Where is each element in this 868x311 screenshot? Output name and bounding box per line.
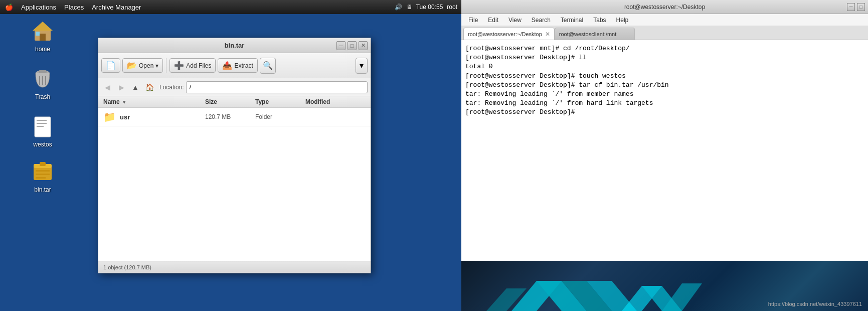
tab-westosserver[interactable]: root@westosserver:~/Desktop ✕: [463, 28, 555, 40]
table-row[interactable]: 📁 usr 120.7 MB Folder: [98, 108, 371, 126]
taskbar-right: 🔊 🖥 Tue 00:55 root: [395, 4, 461, 11]
taskbar-datetime: Tue 00:55: [416, 4, 443, 11]
extract-label: Extract: [234, 62, 253, 69]
terminal-tabs: root@westosserver:~/Desktop ✕ root@westo…: [461, 26, 868, 40]
desktop: 🍎 Applications Places Archive Manager 🔊 …: [0, 0, 461, 311]
desktop-icon-home[interactable]: home: [20, 18, 65, 53]
menu-terminal[interactable]: Terminal: [557, 16, 587, 25]
terminal-content[interactable]: [root@westosserver mnt]# cd /root/Deskto…: [461, 40, 868, 261]
terminal-title: root@westosserver:~/Desktop: [624, 4, 705, 11]
svg-rect-2: [40, 34, 46, 41]
add-files-label: Add Files: [186, 62, 211, 69]
folder-icon: 📁: [103, 111, 116, 123]
archive-title: bin.tar: [225, 42, 245, 49]
svg-rect-12: [37, 126, 44, 127]
file-size-cell: 120.7 MB: [205, 113, 255, 120]
col-modified-header: Modified: [305, 98, 366, 105]
terminal-line-5: [root@westosserver Desktop]# tar cf bin.…: [465, 81, 864, 90]
westos-icon: [30, 113, 56, 139]
archive-maximize-btn[interactable]: □: [348, 41, 357, 50]
toolbar-sep-1: [166, 58, 166, 73]
up-btn[interactable]: ▲: [129, 81, 141, 93]
open-btn[interactable]: 📂 Open ▾: [122, 58, 163, 73]
search-btn[interactable]: 🔍: [260, 58, 276, 74]
taskbar-places[interactable]: Places: [61, 4, 87, 11]
terminal-restore-btn[interactable]: □: [857, 3, 865, 11]
svg-marker-1: [33, 22, 53, 31]
archive-minimize-btn[interactable]: ─: [336, 41, 345, 50]
more-icon: ▾: [360, 61, 364, 70]
location-label: Location:: [159, 84, 184, 91]
taskbar-archive-manager[interactable]: Archive Manager: [89, 4, 144, 11]
more-btn[interactable]: ▾: [356, 58, 368, 74]
file-type-cell: Folder: [255, 113, 305, 120]
terminal-win-controls: ─ □: [847, 3, 865, 11]
file-name-cell: usr: [120, 113, 205, 121]
svg-rect-3: [36, 32, 40, 36]
svg-rect-10: [37, 120, 47, 121]
svg-rect-16: [36, 170, 50, 172]
open-icon: 📂: [127, 61, 137, 70]
trash-icon-label: Trash: [35, 93, 50, 100]
terminal-menubar: File Edit View Search Terminal Tabs Help: [461, 14, 868, 26]
tab-westosserver-label: root@westosserver:~/Desktop: [468, 31, 542, 37]
file-list-header: Name ▼ Size Type Modified: [98, 96, 371, 108]
terminal-line-8: [root@westosserver Desktop]#: [465, 108, 864, 117]
archive-win-controls: ─ □ ✕: [336, 41, 368, 50]
bintar-icon-label: bin.tar: [34, 186, 51, 193]
trash-icon: [30, 65, 56, 91]
terminal-minimize-btn[interactable]: ─: [847, 3, 855, 11]
svg-rect-18: [36, 177, 46, 179]
menu-help[interactable]: Help: [612, 16, 633, 25]
tab-westosclient[interactable]: root@westosclient:/mnt: [555, 28, 635, 40]
location-bar: ◀ ▶ ▲ 🏠 Location:: [98, 78, 371, 96]
archive-statusbar: 1 object (120.7 MB): [98, 261, 371, 273]
terminal-line-6: tar: Removing leading `/' from member na…: [465, 90, 864, 99]
archive-status-text: 1 object (120.7 MB): [103, 264, 151, 270]
search-icon: 🔍: [263, 61, 273, 70]
home-icon: [30, 18, 56, 44]
col-size-header: Size: [205, 98, 255, 105]
archive-close-btn[interactable]: ✕: [359, 41, 368, 50]
open-label: Open: [139, 62, 153, 69]
menu-tabs[interactable]: Tabs: [589, 16, 610, 25]
menu-search[interactable]: Search: [528, 16, 555, 25]
archive-window: bin.tar ─ □ ✕ 📄 📂 Open ▾ ➕ Add Files: [98, 38, 371, 273]
desktop-icon-westos[interactable]: westos: [20, 113, 65, 148]
menu-edit[interactable]: Edit: [484, 16, 502, 25]
add-files-btn[interactable]: ➕ Add Files: [169, 58, 216, 73]
extract-btn[interactable]: 📤 Extract: [218, 58, 257, 73]
bottom-strip: https://blog.csdn.net/weixin_43397611: [461, 261, 868, 311]
archive-toolbar: 📄 📂 Open ▾ ➕ Add Files 📤 Extract 🔍 ▾: [98, 53, 371, 78]
svg-rect-15: [40, 162, 46, 166]
terminal-titlebar: root@westosserver:~/Desktop ─ □: [461, 0, 868, 14]
location-input[interactable]: [186, 81, 368, 93]
home-nav-btn[interactable]: 🏠: [143, 81, 155, 93]
new-btn[interactable]: 📄: [101, 58, 120, 73]
back-btn[interactable]: ◀: [101, 81, 113, 93]
taskbar-applications[interactable]: Applications: [18, 4, 59, 11]
bintar-icon: [30, 158, 56, 184]
menu-view[interactable]: View: [504, 16, 526, 25]
archive-titlebar: bin.tar ─ □ ✕: [98, 38, 371, 53]
svg-rect-8: [39, 70, 47, 73]
new-icon: 📄: [106, 61, 116, 70]
add-files-icon: ➕: [174, 61, 184, 70]
terminal-line-4: [root@westosserver Desktop]# touch westo…: [465, 72, 864, 81]
taskbar-volume-icon: 🔊: [395, 4, 402, 11]
svg-rect-11: [37, 123, 47, 124]
svg-rect-17: [36, 174, 50, 175]
extract-icon: 📤: [222, 61, 232, 70]
desktop-icon-bintar[interactable]: bin.tar: [20, 158, 65, 193]
url-label: https://blog.csdn.net/weixin_43397611: [768, 301, 862, 307]
forward-btn[interactable]: ▶: [115, 81, 127, 93]
taskbar-display-icon: 🖥: [406, 4, 412, 11]
taskbar-left: 🍎 Applications Places Archive Manager: [0, 4, 144, 11]
tab-westosserver-close[interactable]: ✕: [545, 31, 550, 38]
terminal-line-7: tar: Removing leading `/' from hard link…: [465, 99, 864, 108]
tab-westosclient-label: root@westosclient:/mnt: [559, 31, 617, 37]
col-type-header: Type: [255, 98, 305, 105]
desktop-icon-trash[interactable]: Trash: [20, 65, 65, 100]
menu-file[interactable]: File: [464, 16, 482, 25]
westos-icon-label: westos: [33, 141, 52, 148]
